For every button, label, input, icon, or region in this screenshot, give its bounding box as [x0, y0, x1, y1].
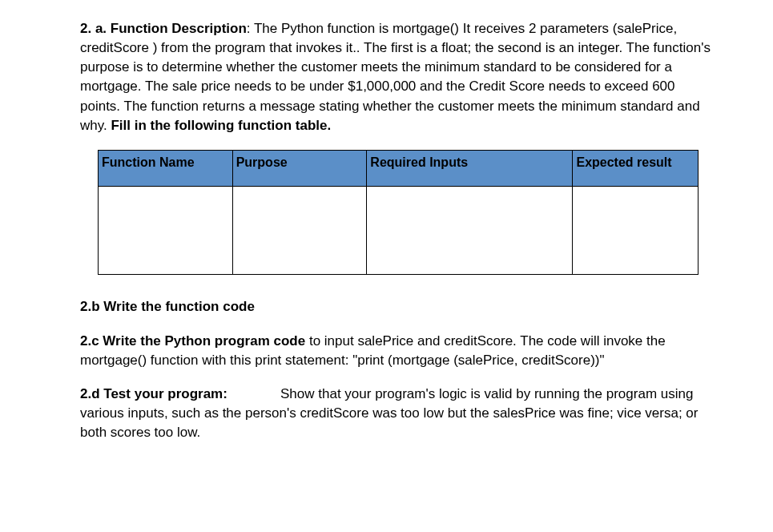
cell-purpose: [232, 187, 367, 275]
cell-expected-result: [573, 187, 699, 275]
q2a-body: : The Python function is mortgage() It r…: [80, 21, 711, 133]
q2c-label: 2.c Write the Python program code: [80, 333, 305, 349]
th-function-name: Function Name: [99, 150, 233, 187]
q2d-label: 2.d Test your program:: [80, 386, 227, 401]
function-table: Function Name Purpose Required Inputs Ex…: [98, 150, 699, 276]
question-2d: 2.d Test your program: Show that your pr…: [80, 385, 715, 442]
table-row: [99, 187, 699, 275]
th-purpose: Purpose: [232, 150, 367, 187]
q2a-label: 2. a. Function Description: [80, 21, 247, 36]
q2b-label: 2.b Write the function code: [80, 299, 255, 314]
q2a-bold-end: Fill in the following function table.: [111, 118, 331, 133]
cell-function-name: [99, 187, 233, 275]
question-2b: 2.b Write the function code: [80, 297, 715, 316]
question-2c: 2.c Write the Python program code to inp…: [80, 332, 715, 370]
cell-required-inputs: [367, 187, 573, 275]
th-expected-result: Expected result: [573, 150, 699, 187]
question-2a: 2. a. Function Description: The Python f…: [80, 19, 715, 135]
th-required-inputs: Required Inputs: [367, 150, 573, 187]
table-header-row: Function Name Purpose Required Inputs Ex…: [99, 150, 699, 187]
